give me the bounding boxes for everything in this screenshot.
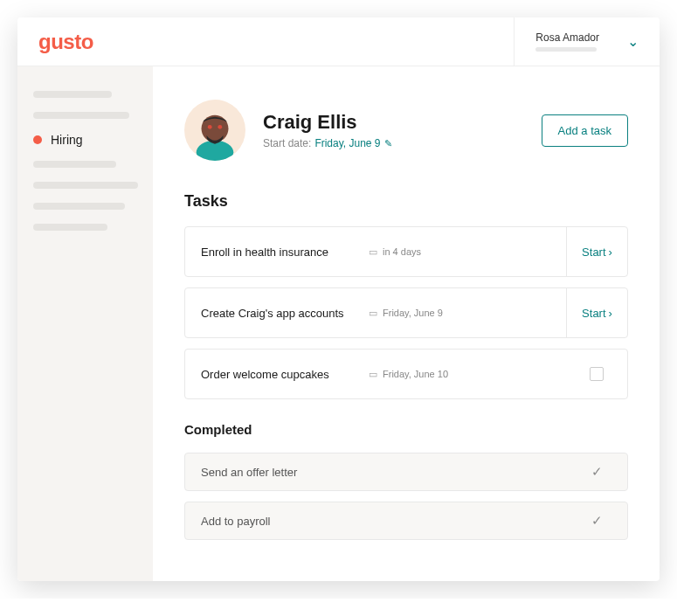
task-due: ▭ in 4 days (369, 246, 566, 258)
task-title: Order welcome cupcakes (185, 368, 369, 381)
avatar-illustration (190, 110, 240, 161)
completed-task-card: Send an offer letter ✓ (184, 453, 628, 491)
add-task-button[interactable]: Add a task (542, 114, 628, 147)
task-due-text: in 4 days (383, 246, 421, 257)
nav-item-placeholder[interactable] (33, 224, 107, 231)
chevron-down-icon[interactable]: ⌄ (627, 33, 639, 50)
app-window: gusto Rosa Amador ⌄ Hiring (17, 17, 660, 581)
task-card: Enroll in health insurance ▭ in 4 days S… (184, 226, 628, 277)
calendar-icon: ▭ (369, 369, 377, 380)
profile-meta: Start date: Friday, June 9 ✎ (263, 137, 524, 149)
task-start-button[interactable]: Start › (566, 227, 627, 276)
edit-icon[interactable]: ✎ (384, 138, 392, 149)
nav-item-placeholder[interactable] (33, 203, 125, 210)
task-due: ▭ Friday, June 9 (369, 308, 566, 319)
action-label: Start (582, 307, 605, 320)
task-title: Enroll in health insurance (185, 246, 369, 259)
task-title: Create Craig's app accounts (185, 307, 369, 320)
task-title: Send an offer letter (185, 466, 369, 479)
nav-item-hiring[interactable]: Hiring (33, 133, 137, 147)
active-dot-icon (33, 135, 42, 144)
body: Hiring Cra (17, 66, 660, 581)
chevron-right-icon: › (609, 307, 612, 320)
profile-name: Craig Ellis (263, 111, 524, 134)
chevron-right-icon: › (609, 246, 612, 259)
calendar-icon: ▭ (369, 308, 377, 319)
svg-point-2 (208, 125, 212, 129)
task-due-text: Friday, June 9 (383, 308, 443, 318)
task-due-text: Friday, June 10 (383, 369, 448, 379)
action-label: Start (582, 246, 605, 259)
tasks-heading: Tasks (184, 192, 628, 211)
sidebar: Hiring (17, 66, 153, 581)
completed-task-card: Add to payroll ✓ (184, 502, 628, 540)
nav-item-placeholder[interactable] (33, 161, 116, 168)
nav-label: Hiring (51, 133, 83, 147)
profile-header: Craig Ellis Start date: Friday, June 9 ✎… (184, 100, 628, 161)
user-name: Rosa Amador (535, 31, 599, 44)
user-menu[interactable]: Rosa Amador ⌄ (514, 17, 639, 66)
start-date: Friday, June 9 (314, 137, 380, 149)
calendar-icon: ▭ (369, 246, 377, 258)
check-icon: ✓ (591, 513, 603, 529)
check-icon: ✓ (591, 464, 603, 480)
start-prefix: Start date: (263, 137, 311, 149)
user-info: Rosa Amador (535, 31, 599, 52)
completed-section: Completed Send an offer letter ✓ Add to … (184, 422, 628, 540)
completed-check: ✓ (566, 453, 627, 490)
logo: gusto (38, 30, 93, 54)
svg-point-3 (218, 125, 222, 129)
nav-item-placeholder[interactable] (33, 182, 138, 189)
task-title: Add to payroll (185, 515, 369, 528)
task-checkbox-area[interactable] (566, 350, 627, 398)
completed-heading: Completed (184, 422, 628, 437)
task-due: ▭ Friday, June 10 (369, 369, 566, 380)
topbar: gusto Rosa Amador ⌄ (17, 17, 660, 66)
checkbox[interactable] (590, 367, 604, 381)
main-content: Craig Ellis Start date: Friday, June 9 ✎… (153, 66, 660, 581)
task-card: Create Craig's app accounts ▭ Friday, Ju… (184, 287, 628, 338)
profile-text: Craig Ellis Start date: Friday, June 9 ✎ (263, 111, 524, 149)
avatar (184, 100, 245, 161)
task-start-button[interactable]: Start › (566, 288, 627, 337)
task-card: Order welcome cupcakes ▭ Friday, June 10 (184, 349, 628, 399)
completed-check: ✓ (566, 502, 627, 539)
nav-item-placeholder[interactable] (33, 112, 129, 119)
nav-item-placeholder[interactable] (33, 91, 112, 98)
user-sub-placeholder (535, 47, 597, 52)
svg-point-1 (202, 115, 229, 142)
